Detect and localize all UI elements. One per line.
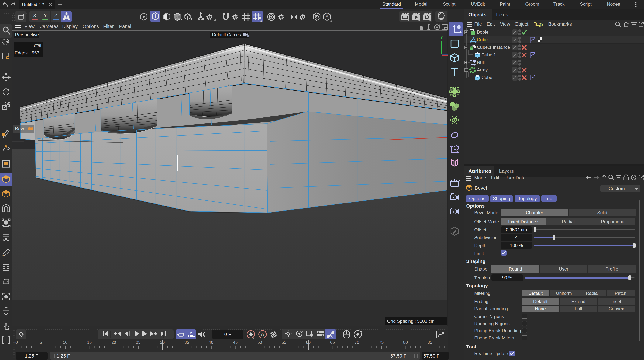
svg-text:A: A — [261, 332, 264, 337]
svg-text:A: A — [190, 330, 192, 335]
svg-text:Y: Y — [440, 34, 443, 40]
svg-text:A: A — [326, 14, 328, 19]
